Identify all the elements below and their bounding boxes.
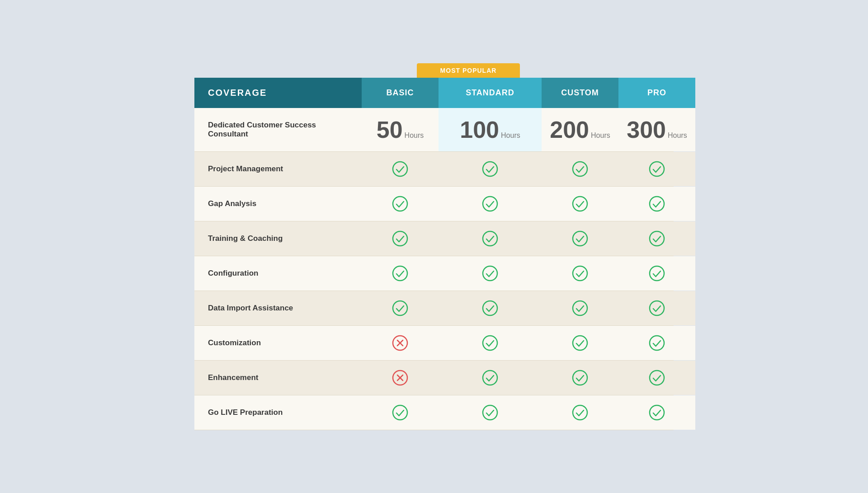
value-cell-standard [439,326,542,360]
svg-point-6 [573,197,587,211]
value-cell-standard [439,361,542,395]
feature-label: Training & Coaching [194,221,362,256]
value-cell-pro [618,326,695,360]
check-icon [482,161,498,177]
value-cell-standard [439,152,542,186]
hours-display: 100 Hours [460,118,520,141]
svg-point-32 [393,405,407,420]
value-cell-custom [542,152,618,186]
svg-point-19 [650,301,664,315]
value-cell-standard [439,395,542,430]
check-icon [392,265,408,282]
svg-point-35 [650,405,664,420]
hours-display: 200 Hours [550,118,610,141]
value-cell-basic: 50 Hours [362,108,439,151]
svg-point-31 [650,371,664,385]
check-icon [482,335,498,351]
value-cell-standard [439,221,542,256]
svg-point-23 [483,336,497,350]
check-icon [392,161,408,177]
svg-point-2 [573,162,587,176]
value-cell-standard [439,291,542,325]
table-row: Gap Analysis [194,187,674,221]
value-cell-basic [362,187,439,221]
check-icon [572,335,588,351]
svg-point-15 [650,266,664,281]
svg-point-18 [573,301,587,315]
feature-label: Enhancement [194,361,362,395]
value-cell-pro [618,361,695,395]
svg-point-5 [483,197,497,211]
value-cell-standard [439,256,542,291]
svg-point-13 [483,266,497,281]
check-icon [482,230,498,247]
value-cell-basic [362,326,439,360]
value-cell-custom [542,221,618,256]
value-cell-custom: 200 Hours [542,108,618,151]
check-icon [482,370,498,386]
table-row: Go LIVE Preparation [194,395,674,430]
svg-point-24 [573,336,587,350]
table-row: Data Import Assistance [194,291,674,326]
check-icon [649,300,665,316]
value-cell-pro [618,256,695,291]
check-icon [649,404,665,421]
check-icon [572,404,588,421]
comparison-table: MOST POPULAR COVERAGE BASIC STANDARD CUS… [194,63,674,430]
most-popular-badge: MOST POPULAR [417,63,520,78]
feature-label: Configuration [194,256,362,291]
check-icon [482,196,498,212]
check-icon [482,265,498,282]
svg-point-4 [393,197,407,211]
value-cell-standard [439,187,542,221]
feature-label: Dedicated Customer Success Consultant [194,108,362,151]
svg-point-29 [483,371,497,385]
check-icon [482,404,498,421]
value-cell-custom [542,326,618,360]
feature-label: Customization [194,326,362,360]
svg-point-30 [573,371,587,385]
check-icon [572,370,588,386]
svg-point-9 [483,231,497,246]
header-standard: STANDARD [439,78,542,108]
cross-icon [392,335,408,351]
svg-point-16 [393,301,407,315]
value-cell-standard: 100 Hours [439,108,542,151]
svg-point-17 [483,301,497,315]
value-cell-custom [542,291,618,325]
value-cell-basic [362,395,439,430]
check-icon [649,370,665,386]
svg-point-11 [650,231,664,246]
svg-point-25 [650,336,664,350]
header-custom: CUSTOM [542,78,618,108]
value-cell-basic [362,221,439,256]
value-cell-pro [618,187,695,221]
value-cell-pro [618,221,695,256]
check-icon [649,196,665,212]
value-cell-pro [618,152,695,186]
check-icon [572,265,588,282]
svg-point-7 [650,197,664,211]
svg-point-10 [573,231,587,246]
table-row: Customization [194,326,674,361]
svg-point-1 [483,162,497,176]
value-cell-pro [618,395,695,430]
value-cell-custom [542,395,618,430]
header-coverage: COVERAGE [194,78,362,108]
check-icon [649,230,665,247]
svg-point-8 [393,231,407,246]
svg-point-0 [393,162,407,176]
table-body: Dedicated Customer Success Consultant 50… [194,108,674,430]
svg-point-14 [573,266,587,281]
cross-icon [392,370,408,386]
header-basic: BASIC [362,78,439,108]
check-icon [572,196,588,212]
check-icon [649,265,665,282]
hours-display: 50 Hours [377,118,424,141]
value-cell-pro [618,291,695,325]
svg-point-34 [573,405,587,420]
feature-label: Project Management [194,152,362,186]
check-icon [482,300,498,316]
svg-point-33 [483,405,497,420]
hours-display: 300 Hours [627,118,687,141]
